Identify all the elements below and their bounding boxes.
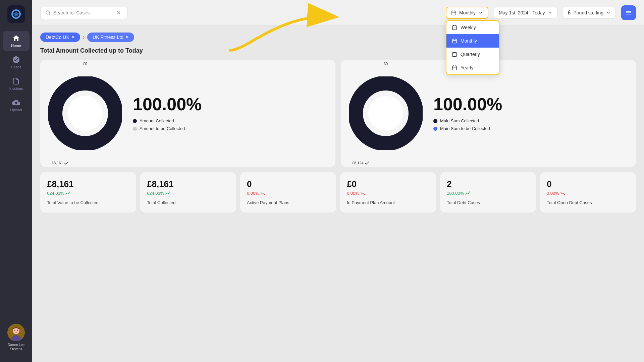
sidebar-item-invoices-label: Invoices (9, 86, 23, 90)
stat-change-value-4: 0.00% (347, 191, 359, 196)
svg-rect-10 (452, 26, 457, 30)
period-dropdown-wrapper: Monthly Weekly Monthly Quarterly (446, 7, 488, 19)
period-button[interactable]: Monthly (446, 7, 488, 19)
trend-up-icon-1 (65, 191, 70, 196)
stat-card-4: £0 0.00% In Payment Plan Amount (340, 172, 436, 213)
stat-value-3: 0 (247, 179, 329, 189)
sidebar-item-upload[interactable]: Upload (3, 95, 30, 115)
sidebar-user[interactable]: Darren Lee Stevens (0, 318, 32, 357)
breadcrumb-debtco-label: DebtCo UK (46, 35, 69, 40)
trend-down-icon-6 (560, 191, 565, 196)
breadcrumb-close-icon[interactable]: ✕ (71, 35, 75, 40)
svg-rect-6 (452, 11, 456, 15)
legend-label-collected: Amount Collected (140, 118, 174, 123)
svg-point-28 (68, 96, 103, 131)
trend-down-icon-3 (261, 191, 265, 196)
stat-card-3: 0 0.00% Active Payment Plans (240, 172, 336, 213)
stat-change-3: 0.00% (247, 191, 329, 196)
stat-label-6: Total Open Debt Cases (547, 200, 629, 206)
stat-label-1: Total Value to be Collected (47, 200, 129, 206)
period-monthly-label: Monthly (461, 38, 477, 44)
stat-change-5: 100.00% (447, 191, 529, 196)
stat-change-1: 624.03% (47, 191, 129, 196)
legend-dot-to-collect (133, 127, 137, 131)
chart2-percent: 100.00% (433, 96, 502, 113)
chart1-info: 100.00% Amount Collected Amount to be Co… (133, 96, 202, 131)
calendar-icon (451, 10, 457, 15)
sidebar-item-home-label: Home (11, 44, 21, 48)
stat-label-5: Total Debt Cases (447, 200, 529, 206)
stat-card-1: £8,161 624.03% Total Value to be Collect… (40, 172, 136, 213)
date-range-label: May 1st, 2024 - Today (499, 10, 545, 15)
chart-card-1: £0 £8,161 100.00% (40, 60, 335, 167)
search-input[interactable] (53, 10, 114, 15)
menu-icon (625, 9, 632, 16)
period-option-weekly[interactable]: Weekly (446, 21, 499, 34)
period-weekly-label: Weekly (461, 25, 476, 30)
charts-row: £0 £8,161 100.00% (40, 60, 636, 167)
stat-label-3: Active Payment Plans (247, 200, 329, 206)
stat-change-value-6: 0.00% (547, 191, 559, 196)
sidebar-nav: Home Cases Invoices Upload (0, 31, 32, 318)
sidebar-item-home[interactable]: Home (3, 31, 30, 51)
stat-value-6: 0 (547, 179, 629, 189)
legend-item-2: Amount to be Collected (133, 126, 202, 131)
svg-point-4 (17, 330, 18, 331)
breadcrumb-separator: › (83, 34, 85, 40)
chevron-down-icon-date (548, 10, 552, 15)
avatar (7, 324, 25, 341)
stats-row: £8,161 624.03% Total Value to be Collect… (40, 172, 636, 213)
logo[interactable] (7, 5, 25, 23)
close-icon[interactable]: ✕ (116, 10, 121, 16)
trend-up-icon-5 (465, 191, 470, 196)
chart1-donut (48, 76, 122, 150)
stat-change-4: 0.00% (347, 191, 429, 196)
stat-value-4: £0 (347, 179, 429, 189)
period-yearly-label: Yearly (461, 65, 473, 70)
period-label: Monthly (459, 10, 476, 15)
date-range-button[interactable]: May 1st, 2024 - Today (494, 7, 557, 18)
sidebar-item-invoices[interactable]: Invoices (3, 74, 30, 94)
svg-point-3 (14, 330, 15, 331)
stat-card-5: 2 100.00% Total Debt Cases (440, 172, 536, 213)
period-option-monthly[interactable]: Monthly (446, 34, 499, 48)
legend-label-main-collected: Main Sum Collected (440, 118, 479, 123)
period-option-quarterly[interactable]: Quarterly (446, 48, 499, 61)
chart-card-2: £0 £8,124 100.00% (341, 60, 636, 167)
svg-rect-14 (452, 39, 457, 43)
svg-point-5 (46, 11, 50, 14)
chart1-bottom-label: £8,161 (52, 161, 68, 165)
sidebar-item-cases[interactable]: Cases (3, 52, 30, 72)
legend-dot-main-to-collect (433, 127, 437, 131)
currency-symbol: £ (568, 10, 571, 16)
chevron-down-icon (478, 10, 483, 15)
chart2-info: 100.00% Main Sum Collected Main Sum to b… (433, 96, 502, 131)
legend-label-to-collect: Amount to be Collected (140, 126, 185, 131)
currency-label: Pound sterling (573, 10, 603, 15)
trend-up-icon-2 (165, 191, 170, 196)
user-menu-button[interactable] (621, 5, 636, 20)
calendar-icon-monthly (452, 38, 457, 44)
search-bar[interactable]: ✕ (40, 7, 127, 19)
period-dropdown: Weekly Monthly Quarterly Yearly (446, 20, 499, 75)
stat-card-6: 0 0.00% Total Open Debt Cases (540, 172, 636, 213)
breadcrumb-debtco[interactable]: DebtCo UK ✕ (40, 33, 80, 42)
legend-dot-main-collected (433, 119, 437, 123)
currency-button[interactable]: £ Pound sterling (563, 7, 616, 19)
stat-change-value-5: 100.00% (447, 191, 464, 196)
stat-label-2: Total Collected (147, 200, 229, 206)
svg-rect-18 (452, 53, 457, 57)
svg-rect-22 (452, 66, 457, 70)
period-option-yearly[interactable]: Yearly (446, 61, 499, 74)
sidebar-item-upload-label: Upload (10, 108, 22, 112)
chart2-legend: Main Sum Collected Main Sum to be Collec… (433, 118, 502, 131)
chart1-percent: 100.00% (133, 96, 202, 113)
stat-card-2: £8,161 624.03% Total Collected (140, 172, 236, 213)
content-area: DebtCo UK ✕ › UK Fitness Ltd ✕ Total Amo… (32, 26, 644, 362)
breadcrumb-ukfitness-close-icon[interactable]: ✕ (125, 35, 129, 40)
main-content: ✕ Monthly Weekly Monthly (32, 0, 644, 362)
calendar-icon-quarterly (452, 52, 457, 57)
breadcrumb-ukfitness[interactable]: UK Fitness Ltd ✕ (87, 33, 134, 42)
period-quarterly-label: Quarterly (461, 52, 480, 57)
sidebar-item-cases-label: Cases (11, 65, 21, 69)
